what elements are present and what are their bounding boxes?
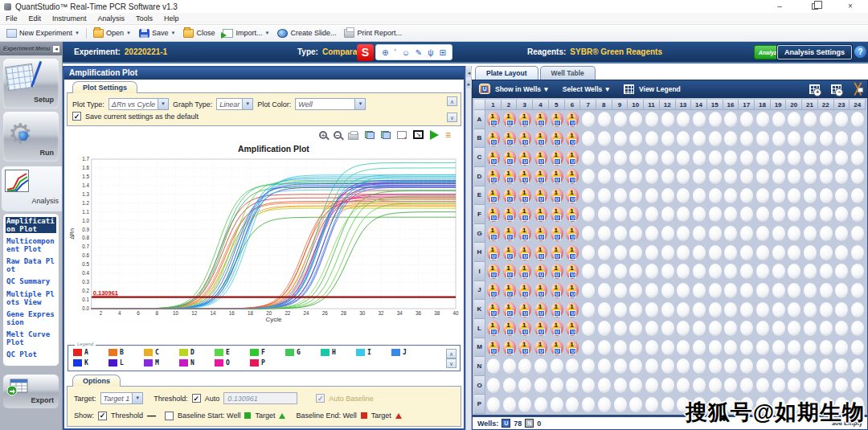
well-b8[interactable] — [596, 129, 612, 149]
well-f14[interactable] — [691, 205, 707, 224]
plate-row-header-c[interactable]: C — [474, 148, 485, 167]
well-m16[interactable] — [723, 338, 739, 358]
well-g22[interactable] — [818, 224, 834, 244]
well-g6[interactable]: 1U — [565, 224, 581, 244]
well-j5[interactable]: 1U — [549, 281, 565, 301]
well-d12[interactable] — [660, 167, 676, 186]
plate-zoom-out-icon[interactable] — [831, 84, 841, 94]
well-i4[interactable]: 1U — [533, 262, 549, 281]
plate-row-header-e[interactable]: E — [474, 186, 485, 206]
sidebar-item-analysis[interactable]: Analysis — [2, 166, 62, 211]
well-j7[interactable] — [580, 281, 596, 301]
well-m21[interactable] — [802, 338, 818, 358]
well-a23[interactable] — [834, 110, 850, 129]
well-k4[interactable]: 1U — [533, 300, 549, 319]
well-i14[interactable] — [691, 262, 707, 281]
well-c14[interactable] — [691, 148, 707, 167]
well-d6[interactable]: 1U — [565, 167, 581, 186]
well-b9[interactable] — [612, 129, 628, 149]
plate-row-header-n[interactable]: N — [474, 357, 485, 376]
menu-item-tools[interactable]: Tools — [130, 13, 158, 24]
well-a2[interactable]: 1U — [502, 110, 518, 129]
well-j3[interactable]: 1U — [517, 281, 533, 301]
well-f6[interactable]: 1U — [565, 205, 581, 224]
well-a1[interactable]: 1U — [485, 110, 502, 129]
plate-column-header-4[interactable]: 4 — [533, 100, 549, 110]
well-h19[interactable] — [771, 243, 787, 262]
well-b14[interactable] — [691, 129, 707, 149]
well-g18[interactable] — [755, 224, 771, 244]
well-g3[interactable]: 1U — [517, 224, 533, 244]
well-p6[interactable] — [565, 395, 581, 414]
well-l6[interactable]: 1U — [565, 319, 581, 338]
ime-tool-icon-5[interactable]: ⊞ — [439, 48, 445, 57]
splitter-collapse-right-icon[interactable]: ► — [466, 80, 472, 88]
well-n24[interactable] — [850, 357, 866, 376]
well-e11[interactable] — [644, 186, 660, 206]
well-k2[interactable]: 1U — [502, 300, 518, 319]
plate-row-header-f[interactable]: F — [474, 205, 485, 224]
well-i15[interactable] — [707, 262, 723, 281]
well-j21[interactable] — [802, 281, 818, 301]
well-g7[interactable] — [580, 224, 596, 244]
well-e18[interactable] — [755, 186, 771, 206]
toolbar-button-create-slide[interactable]: Create Slide... — [273, 28, 340, 39]
well-b11[interactable] — [644, 129, 660, 149]
well-b23[interactable] — [834, 129, 850, 149]
select-wells-dropdown[interactable]: Select Wells ▼ — [563, 85, 611, 93]
plate-expand-icon[interactable]: ╳ — [854, 84, 861, 94]
well-f2[interactable]: 1U — [502, 205, 518, 224]
well-m3[interactable]: 1U — [517, 338, 533, 358]
well-n22[interactable] — [818, 357, 834, 376]
well-d21[interactable] — [802, 167, 818, 186]
sidebar-nav-qc-summary[interactable]: QC Summary — [6, 277, 56, 285]
well-i22[interactable] — [818, 262, 834, 281]
well-a16[interactable] — [723, 110, 739, 129]
well-b6[interactable]: 1U — [565, 129, 581, 149]
well-e8[interactable] — [596, 186, 612, 206]
well-m15[interactable] — [707, 338, 723, 358]
well-c12[interactable] — [660, 148, 676, 167]
well-b18[interactable] — [755, 129, 771, 149]
auto-baseline-checkbox[interactable]: ✓ — [316, 394, 325, 403]
well-c2[interactable]: 1U — [502, 148, 518, 167]
plate-row-header-g[interactable]: G — [474, 224, 485, 244]
sidebar-item-run[interactable]: ⚙ Run — [3, 112, 59, 162]
plate-row-header-o[interactable]: O — [474, 376, 485, 395]
well-i13[interactable] — [676, 262, 692, 281]
well-c7[interactable] — [580, 148, 596, 167]
well-d16[interactable] — [723, 167, 739, 186]
auto-threshold-checkbox[interactable]: ✓ — [192, 394, 201, 403]
well-l14[interactable] — [691, 319, 707, 338]
copy-plot-icon[interactable] — [381, 131, 391, 139]
well-m9[interactable] — [612, 338, 628, 358]
well-l13[interactable] — [676, 319, 692, 338]
plate-column-header-19[interactable]: 19 — [771, 100, 787, 110]
well-o12[interactable] — [660, 376, 676, 395]
well-o16[interactable] — [723, 376, 739, 395]
well-h21[interactable] — [802, 243, 818, 262]
well-g12[interactable] — [660, 224, 676, 244]
well-k19[interactable] — [771, 300, 787, 319]
well-h14[interactable] — [691, 243, 707, 262]
plate-row-header-d[interactable]: D — [474, 167, 485, 186]
well-n3[interactable] — [517, 357, 533, 376]
well-h2[interactable]: 1U — [502, 243, 518, 262]
well-o18[interactable] — [755, 376, 771, 395]
plate-column-header-16[interactable]: 16 — [723, 100, 739, 110]
well-m6[interactable]: 1U — [565, 338, 581, 358]
well-l10[interactable] — [628, 319, 644, 338]
well-h3[interactable]: 1U — [517, 243, 533, 262]
threshold-input[interactable]: 0.130961 — [223, 392, 297, 404]
well-m5[interactable]: 1U — [549, 338, 565, 358]
well-i8[interactable] — [596, 262, 612, 281]
sidebar-nav-raw-data-plot[interactable]: Raw Data Plot — [6, 257, 56, 273]
well-a24[interactable] — [850, 110, 866, 129]
sidebar-nav-multicomponent-plot[interactable]: Multicomponent Plot — [6, 237, 56, 253]
well-f4[interactable]: 1U — [533, 205, 549, 224]
well-l16[interactable] — [723, 319, 739, 338]
well-a4[interactable]: 1U — [533, 110, 549, 129]
well-e3[interactable]: 1U — [517, 186, 533, 206]
well-n8[interactable] — [596, 357, 612, 376]
well-n16[interactable] — [723, 357, 739, 376]
